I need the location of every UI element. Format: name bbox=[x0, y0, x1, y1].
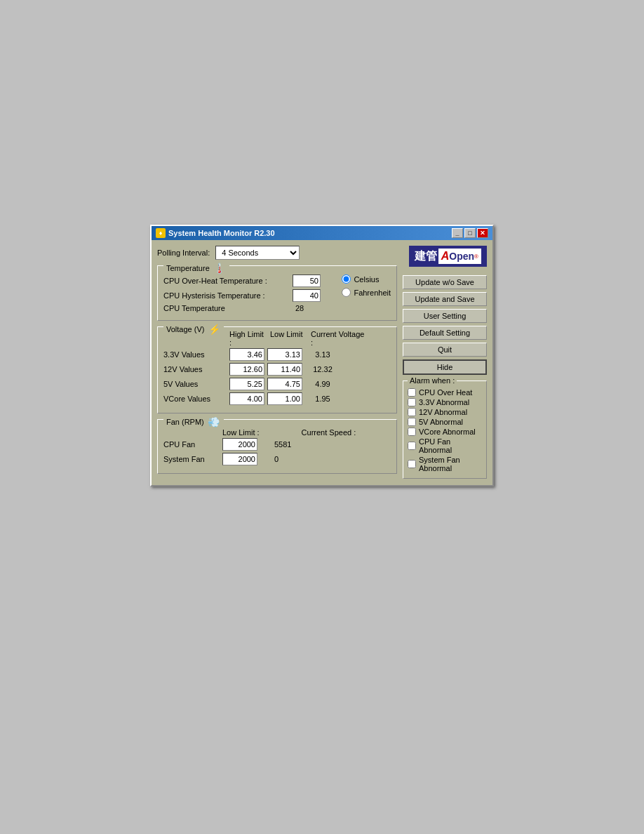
title-controls[interactable]: _ □ ✕ bbox=[452, 228, 488, 238]
temperature-group: Temperature 🌡️ CPU Over-Heat Temperature… bbox=[157, 265, 397, 321]
current-voltage-header: Current Voltage : bbox=[311, 330, 367, 347]
alarm-checkbox-4[interactable] bbox=[408, 428, 416, 436]
voltage-col-headers: High Limit : Low Limit Current Voltage : bbox=[229, 330, 391, 347]
minimize-button[interactable]: _ bbox=[452, 228, 463, 238]
voltage-icon: ⚡ bbox=[207, 322, 221, 336]
logo-a: A bbox=[441, 250, 450, 263]
fan-current-1: 0 bbox=[274, 455, 279, 463]
celsius-radio-label[interactable]: Celsius bbox=[342, 274, 391, 284]
title-icon: ♦ bbox=[156, 228, 166, 238]
logo-open: Open bbox=[449, 251, 474, 262]
alarm-checkbox-0[interactable] bbox=[408, 388, 416, 397]
user-setting-button[interactable]: User Setting bbox=[403, 309, 487, 323]
hysterisis-input[interactable] bbox=[293, 289, 321, 302]
alarm-item-label-5: CPU Fan Abnormal bbox=[419, 437, 482, 454]
fan-group: Fan (RPM) 💨 Low Limit : Current Speed : … bbox=[157, 419, 397, 474]
alarm-checkbox-1[interactable] bbox=[408, 398, 416, 406]
fan-group-label: Fan (RPM) 💨 bbox=[163, 415, 224, 429]
restore-button[interactable]: □ bbox=[464, 228, 476, 238]
temp-main-row: CPU Over-Heat Temperature : CPU Hysteris… bbox=[163, 274, 391, 315]
voltage-high-1[interactable] bbox=[229, 363, 264, 376]
temp-fields: CPU Over-Heat Temperature : CPU Hysteris… bbox=[163, 274, 335, 315]
quit-button[interactable]: Quit bbox=[403, 343, 487, 357]
overheat-input[interactable] bbox=[293, 274, 321, 287]
overheat-row: CPU Over-Heat Temperature : bbox=[163, 274, 335, 287]
voltage-low-2[interactable] bbox=[267, 378, 302, 390]
fan-icon: 💨 bbox=[207, 415, 221, 429]
voltage-row-2: 5V Values 4.99 bbox=[163, 378, 391, 390]
voltage-high-3[interactable] bbox=[229, 392, 264, 405]
hysterisis-row: CPU Hysterisis Temperature : bbox=[163, 289, 335, 302]
fan-label-0: CPU Fan bbox=[163, 440, 220, 449]
alarm-item-3: 5V Abnormal bbox=[408, 418, 482, 426]
voltage-high-0[interactable] bbox=[229, 348, 264, 361]
update-wo-save-button[interactable]: Update w/o Save bbox=[403, 275, 487, 289]
voltage-current-1: 12.32 bbox=[305, 365, 340, 373]
voltage-current-0: 3.13 bbox=[305, 350, 340, 359]
polling-row: Polling Interval: 4 Seconds 1 Seconds 2 … bbox=[157, 246, 397, 260]
voltage-label-2: 5V Values bbox=[163, 380, 227, 388]
fan-current-header: Current Speed : bbox=[302, 428, 356, 437]
alarm-checkbox-5[interactable] bbox=[408, 442, 416, 450]
alarm-item-label-2: 12V Abnormal bbox=[419, 408, 467, 416]
voltage-label-1: 12V Values bbox=[163, 365, 227, 373]
alarm-item-5: CPU Fan Abnormal bbox=[408, 437, 482, 454]
hide-button[interactable]: Hide bbox=[403, 359, 487, 375]
hysterisis-label: CPU Hysterisis Temperature : bbox=[163, 291, 290, 300]
title-bar: ♦ System Health Monitor R2.30 _ □ ✕ bbox=[152, 226, 492, 240]
voltage-group: Voltage (V) ⚡ High Limit : Low Limit Cur… bbox=[157, 326, 397, 413]
default-setting-button[interactable]: Default Setting bbox=[403, 326, 487, 340]
fahrenheit-radio[interactable] bbox=[342, 288, 351, 297]
fan-current-0: 5581 bbox=[274, 440, 291, 449]
voltage-group-label: Voltage (V) ⚡ bbox=[163, 322, 224, 336]
alarm-item-label-3: 5V Abnormal bbox=[419, 418, 463, 426]
voltage-row-3: VCore Values 1.95 bbox=[163, 392, 391, 405]
fan-low-limit-header: Low Limit : bbox=[222, 428, 260, 437]
fahrenheit-radio-label[interactable]: Fahrenheit bbox=[342, 288, 391, 297]
main-window: ♦ System Health Monitor R2.30 _ □ ✕ Poll… bbox=[150, 225, 494, 486]
fan-rows: CPU Fan 5581 System Fan 0 bbox=[163, 438, 391, 465]
alarm-item-6: System Fan Abnormal bbox=[408, 456, 482, 472]
fan-row-1: System Fan 0 bbox=[163, 453, 391, 465]
voltage-rows: 3.3V Values 3.13 12V Values 12.32 5V Val… bbox=[163, 348, 391, 405]
voltage-low-0[interactable] bbox=[267, 348, 302, 361]
high-limit-header: High Limit : bbox=[229, 330, 267, 347]
alarm-item-label-4: VCore Abnormal bbox=[419, 428, 476, 436]
celsius-radio[interactable] bbox=[342, 274, 351, 284]
fan-low-0[interactable] bbox=[222, 438, 257, 451]
alarm-item-label-0: CPU Over Heat bbox=[419, 388, 472, 397]
polling-select[interactable]: 4 Seconds 1 Seconds 2 Seconds 8 Seconds … bbox=[215, 246, 300, 260]
voltage-low-1[interactable] bbox=[267, 363, 302, 376]
voltage-label-0: 3.3V Values bbox=[163, 350, 227, 359]
logo-aopen: A Open ® bbox=[438, 249, 481, 264]
right-panel: 建管 A Open ® Update w/o Save Update and S… bbox=[403, 246, 487, 479]
left-panel: Polling Interval: 4 Seconds 1 Seconds 2 … bbox=[157, 246, 397, 479]
close-button[interactable]: ✕ bbox=[477, 228, 488, 238]
fan-low-1[interactable] bbox=[222, 453, 257, 465]
logo-area: 建管 A Open ® bbox=[403, 246, 487, 267]
alarm-checkbox-2[interactable] bbox=[408, 408, 416, 416]
title-bar-left: ♦ System Health Monitor R2.30 bbox=[156, 228, 275, 238]
cpu-temp-row: CPU Temperature 28 bbox=[163, 304, 335, 312]
cpu-temp-value: 28 bbox=[295, 304, 304, 312]
thermometer-icon: 🌡️ bbox=[213, 261, 227, 275]
alarm-checkbox-6[interactable] bbox=[408, 460, 416, 468]
fahrenheit-label: Fahrenheit bbox=[354, 289, 391, 297]
alarm-group: Alarm when : CPU Over Heat 3.3V Abnormal… bbox=[403, 380, 487, 479]
update-save-button[interactable]: Update and Save bbox=[403, 292, 487, 306]
window-body: Polling Interval: 4 Seconds 1 Seconds 2 … bbox=[152, 240, 492, 485]
alarm-checkbox-3[interactable] bbox=[408, 418, 416, 426]
voltage-current-3: 1.95 bbox=[305, 395, 340, 403]
alarm-item-4: VCore Abnormal bbox=[408, 428, 482, 436]
logo-chinese: 建管 bbox=[415, 249, 437, 264]
alarm-items: CPU Over Heat 3.3V Abnormal 12V Abnormal… bbox=[408, 388, 482, 472]
alarm-item-1: 3.3V Abnormal bbox=[408, 398, 482, 406]
voltage-label-3: VCore Values bbox=[163, 395, 227, 403]
voltage-high-2[interactable] bbox=[229, 378, 264, 390]
alarm-item-label-1: 3.3V Abnormal bbox=[419, 398, 469, 406]
alarm-item-2: 12V Abnormal bbox=[408, 408, 482, 416]
voltage-low-3[interactable] bbox=[267, 392, 302, 405]
celsius-label: Celsius bbox=[354, 275, 379, 284]
fan-col-headers: Low Limit : Current Speed : bbox=[222, 428, 391, 437]
voltage-row-1: 12V Values 12.32 bbox=[163, 363, 391, 376]
